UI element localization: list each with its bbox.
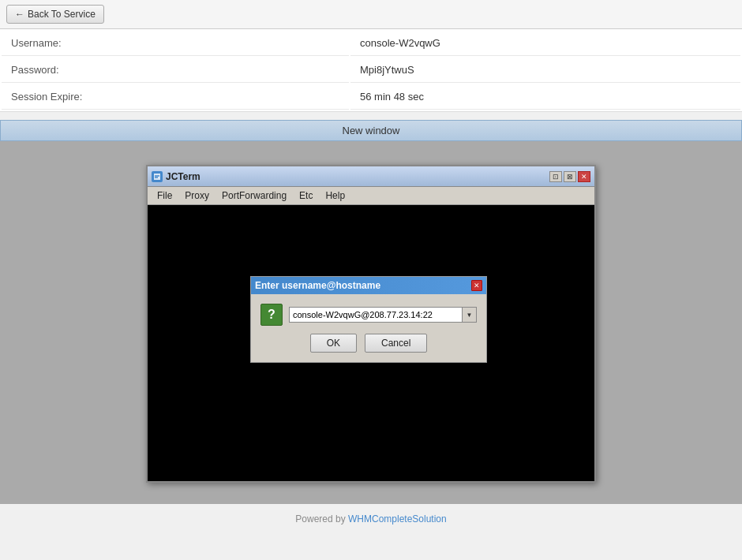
- back-to-service-button[interactable]: ← Back To Service: [6, 5, 104, 24]
- jcterm-menu: FileProxyPortForwardingEtcHelp: [148, 187, 594, 205]
- jcterm-title-text: JCTerm: [166, 171, 200, 182]
- new-window-panel: New window JCTerm ⊡: [0, 120, 742, 504]
- jcterm-close-button[interactable]: ✕: [578, 171, 590, 182]
- jcterm-window: JCTerm ⊡ ⊠ ✕ FileProxyPortForwardingEtcH…: [146, 165, 596, 483]
- menu-item-help[interactable]: Help: [319, 189, 351, 203]
- info-label: Session Expire:: [2, 84, 349, 110]
- menu-item-proxy[interactable]: Proxy: [178, 189, 215, 203]
- info-value: console-W2vqwG: [350, 31, 740, 56]
- dialog-dropdown-button[interactable]: ▼: [463, 307, 477, 323]
- jcterm-app-icon: [152, 171, 163, 182]
- dialog-buttons: OK Cancel: [260, 334, 477, 353]
- username-hostname-input[interactable]: [289, 307, 463, 323]
- info-label: Password:: [2, 58, 349, 83]
- new-window-header: New window: [0, 120, 742, 141]
- dialog-input-row: ? ▼: [260, 304, 477, 326]
- jcterm-titlebar: JCTerm ⊡ ⊠ ✕: [148, 166, 594, 187]
- info-table-row: Username:console-W2vqwG: [2, 31, 740, 56]
- question-mark-icon: ?: [260, 304, 283, 326]
- jcterm-minimize-button[interactable]: ⊡: [549, 171, 562, 182]
- menu-item-portforwarding[interactable]: PortForwarding: [215, 189, 293, 203]
- info-table-row: Password:Mpi8jYtwuS: [2, 58, 740, 83]
- dialog-input-wrapper: ▼: [289, 307, 477, 323]
- dialog-content: ? ▼ OK Cancel: [251, 294, 486, 362]
- info-table: Username:console-W2vqwGPassword:Mpi8jYtw…: [0, 29, 742, 112]
- top-bar: ← Back To Service: [0, 0, 742, 29]
- footer: Powered by WHMCompleteSolution: [0, 504, 742, 534]
- info-value: Mpi8jYtwuS: [350, 58, 740, 83]
- back-arrow-icon: ←: [15, 9, 24, 20]
- footer-text: Powered by: [295, 513, 348, 525]
- terminal-area: JCTerm ⊡ ⊠ ✕ FileProxyPortForwardingEtcH…: [0, 141, 742, 504]
- jcterm-controls: ⊡ ⊠ ✕: [549, 171, 590, 182]
- info-label: Username:: [2, 31, 349, 56]
- info-value: 56 min 48 sec: [350, 84, 740, 110]
- dialog-ok-button[interactable]: OK: [310, 334, 357, 353]
- dialog-titlebar: Enter username@hostname ✕: [251, 277, 486, 294]
- info-table-row: Session Expire:56 min 48 sec: [2, 84, 740, 110]
- dialog-cancel-button[interactable]: Cancel: [365, 334, 427, 353]
- footer-link[interactable]: WHMCompleteSolution: [348, 513, 447, 525]
- back-button-label: Back To Service: [28, 9, 96, 20]
- menu-item-file[interactable]: File: [151, 189, 178, 203]
- terminal-display: Enter username@hostname ✕ ? ▼ OK: [148, 205, 594, 481]
- username-hostname-dialog: Enter username@hostname ✕ ? ▼ OK: [250, 276, 487, 363]
- menu-item-etc[interactable]: Etc: [293, 189, 319, 203]
- svg-rect-0: [154, 174, 160, 180]
- info-table-body: Username:console-W2vqwGPassword:Mpi8jYtw…: [2, 31, 740, 110]
- dialog-title-text: Enter username@hostname: [255, 280, 380, 291]
- dialog-close-button[interactable]: ✕: [471, 280, 482, 291]
- jcterm-maximize-button[interactable]: ⊠: [564, 171, 576, 182]
- jcterm-title-left: JCTerm: [152, 171, 200, 182]
